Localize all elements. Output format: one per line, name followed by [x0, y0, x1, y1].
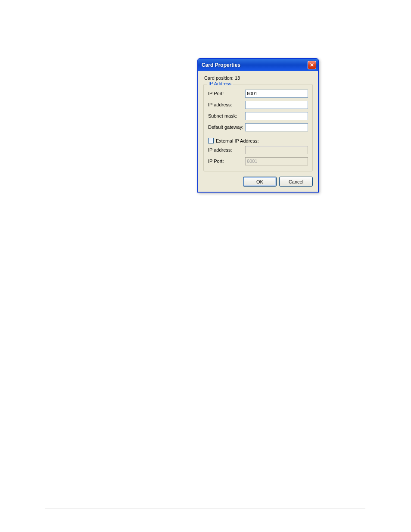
subnet-mask-row: Subnet mask:: [208, 111, 308, 121]
default-gateway-label: Default gateway:: [208, 124, 245, 130]
external-ip-checkbox[interactable]: [208, 138, 214, 143]
default-gateway-row: Default gateway:: [208, 122, 308, 132]
external-ip-checkbox-label: External IP Address:: [216, 138, 258, 143]
card-properties-dialog: Card Properties ✕ Card position: 13 IP A…: [197, 58, 319, 193]
external-ip-port-row: IP Port:: [208, 156, 308, 166]
subnet-mask-label: Subnet mask:: [208, 113, 245, 118]
ip-address-input[interactable]: [245, 101, 308, 109]
ip-address-groupbox: IP Address IP Port: IP address: Subnet m…: [203, 84, 313, 171]
close-icon: ✕: [310, 62, 314, 68]
cancel-button[interactable]: Cancel: [279, 177, 313, 187]
ip-port-input[interactable]: [245, 90, 308, 98]
external-ip-checkbox-row: External IP Address:: [208, 138, 308, 143]
dialog-body: Card position: 13 IP Address IP Port: IP…: [198, 71, 318, 192]
dialog-buttons: OK Cancel: [203, 177, 313, 187]
ip-port-row: IP Port:: [208, 89, 308, 98]
groupbox-legend: IP Address: [207, 81, 233, 86]
dialog-titlebar[interactable]: Card Properties ✕: [198, 59, 318, 71]
card-position-label: Card position: 13: [203, 75, 313, 81]
page-divider: [45, 508, 365, 508]
ip-address-label: IP address:: [208, 102, 245, 107]
external-ip-port-input: [245, 157, 308, 165]
subnet-mask-input[interactable]: [245, 112, 308, 120]
external-ip-port-label: IP Port:: [208, 159, 245, 164]
external-ip-address-label: IP address:: [208, 147, 245, 152]
close-button[interactable]: ✕: [308, 61, 316, 69]
dialog-title: Card Properties: [202, 62, 240, 68]
ip-port-label: IP Port:: [208, 91, 245, 96]
external-ip-address-input: [245, 146, 308, 154]
ok-button[interactable]: OK: [243, 177, 277, 187]
ip-address-row: IP address:: [208, 100, 308, 109]
external-ip-address-row: IP address:: [208, 145, 308, 155]
default-gateway-input[interactable]: [245, 123, 308, 131]
